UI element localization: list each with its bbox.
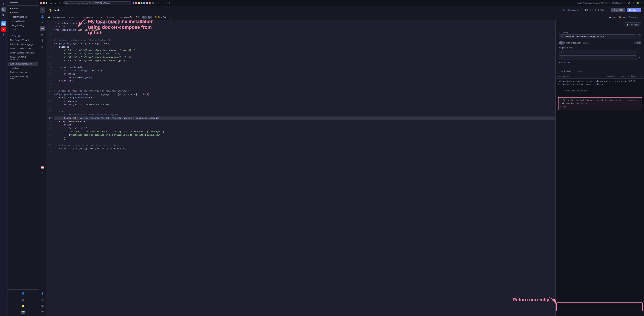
left-nav-star-icon[interactable]: ★: [40, 20, 45, 25]
sidebar-item-portainer[interactable]: Portainer | primary: [8, 70, 38, 74]
sidebar-icon-home[interactable]: ⌂: [1, 1, 6, 6]
sidebar-item-compartilhamento[interactable]: Compartilhamento | Promo...: [8, 74, 38, 81]
sidebar-icon-search[interactable]: 🔍: [1, 13, 6, 18]
use-vscode-button[interactable]: ⬡ Use VSCode: [629, 16, 642, 18]
sidebar-item-localhost[interactable]: localhost: [8, 66, 38, 70]
sidebar-bottom-camera[interactable]: 📷: [20, 309, 26, 315]
add-item-button[interactable]: + + Add item: [559, 61, 570, 64]
deploy-button[interactable]: Deploy: [627, 8, 638, 12]
sidebar-bottom-settings[interactable]: ⚙: [20, 297, 26, 302]
history-button[interactable]: History: [608, 16, 618, 19]
edit-title-icon[interactable]: ✏: [62, 9, 64, 11]
history-tab[interactable]: History: [574, 68, 586, 74]
sidebar-item-new-script[interactable]: New Script | Windmill: [8, 38, 38, 42]
sidebar-item-edit-teste[interactable]: Edit Script u/admin/teste |...: [8, 62, 38, 66]
left-nav-bottom-box-icon[interactable]: ▣: [40, 303, 45, 308]
expand-icon[interactable]: ⤢: [628, 75, 630, 78]
copy-button[interactable]: ⧉ Copy: [560, 106, 566, 108]
sidebar-item-programming[interactable]: Programming: [8, 23, 38, 28]
lang-remove-en[interactable]: ✕: [638, 51, 641, 54]
browser-bookmark-icon[interactable]: ☆: [632, 2, 635, 4]
sidebar-item-release[interactable]: Release v1.411.1 - windmill-...: [8, 55, 38, 62]
toolbar-rect-icon[interactable]: [160, 2, 163, 4]
traffic-light-yellow[interactable]: [43, 2, 45, 4]
toolbar-circle-blue[interactable]: [132, 2, 134, 4]
left-nav-person-icon[interactable]: 👤: [40, 14, 45, 19]
ai-gen-button[interactable]: ✨ ✨ AI Gen: [153, 16, 168, 19]
json-toggle[interactable]: ⊙ json: [633, 42, 641, 44]
monitor-toggle[interactable]: [142, 16, 147, 19]
toolbar-circle-lightblue[interactable]: [143, 2, 145, 4]
lang-input-en[interactable]: [559, 50, 637, 54]
toolbar-circle-red[interactable]: [135, 2, 137, 4]
toolbar-pen-icon[interactable]: ✏: [155, 2, 157, 4]
left-nav-bottom-eye-icon[interactable]: 👁: [40, 309, 45, 315]
left-nav-windmill-icon[interactable]: [40, 8, 45, 13]
toolbar-cross-icon[interactable]: ✕: [152, 2, 154, 4]
assistants-button[interactable]: Assistants (Pyright Ruff): [119, 16, 141, 19]
left-nav-play-icon[interactable]: ▶: [40, 32, 45, 37]
toolbar-circle-orange[interactable]: [149, 2, 151, 4]
nav-forward-button[interactable]: ▶: [54, 1, 57, 5]
monitor-toggle2[interactable]: [148, 16, 152, 19]
sidebar-bottom-folder[interactable]: 📁: [20, 303, 26, 308]
nav-refresh-button[interactable]: ↻: [58, 1, 62, 5]
settings-button[interactable]: ⚙ ⚙ Settings: [592, 8, 610, 12]
nav-back-button[interactable]: ◀: [50, 1, 53, 5]
code-content[interactable]: from youtube_transcript_api import YouTu…: [53, 20, 555, 316]
deploy-chevron-button[interactable]: ▾: [638, 8, 641, 12]
variable-button[interactable]: $ +Variable: [68, 16, 80, 19]
sidebar-item-new-tab[interactable]: + New Tab: [8, 34, 38, 38]
sidebar-icon-youtube[interactable]: ▶: [1, 27, 6, 32]
logs-result-tab[interactable]: Logs & Result: [556, 68, 574, 74]
draft-button[interactable]: Draft ⌘S: [611, 8, 625, 12]
traffic-light-red[interactable]: [40, 2, 42, 4]
lang-input-pt[interactable]: [559, 56, 637, 60]
sidebar-item-pessoal[interactable]: Pessoal: [8, 11, 38, 15]
left-nav-bottom-settings-icon[interactable]: ⚙: [40, 297, 45, 302]
toolbar-circle-green[interactable]: [140, 2, 142, 4]
sidebar-item-examples[interactable]: windmill/examples/deploy/...: [8, 51, 38, 55]
url-input[interactable]: [559, 34, 636, 39]
left-nav-add-icon[interactable]: +: [40, 170, 45, 176]
sidebar-item-daily[interactable]: Daily: [8, 28, 38, 32]
address-bar[interactable]: localhost/scripts/edit/u/admin/teste#JTd…: [63, 1, 131, 5]
logs-content[interactable]: job=0192b90b-05ae-ea4e-8884-5c2b303b8bca…: [556, 78, 644, 316]
auto-scroll-toggle[interactable]: ☑ Auto scroll: [631, 75, 642, 78]
url-dollar-button[interactable]: $: [637, 34, 641, 39]
context-var-button[interactable]: $ +Context Var: [51, 16, 66, 19]
left-nav-bottom-person-icon[interactable]: 👤: [40, 291, 45, 296]
test-button[interactable]: ▶ Test ⌘↵: [625, 22, 641, 27]
sidebar-item-person1[interactable]: Person 1: [8, 6, 38, 10]
toolbar-text-icon[interactable]: T: [166, 2, 168, 4]
toolbar-arrow-icon[interactable]: ↗: [158, 2, 160, 4]
sidebar-item-programacao[interactable]: Programação e IA: [8, 15, 38, 19]
sidebar-item-midias[interactable]: Midias Sociais: [8, 19, 38, 23]
left-nav-calendar-icon[interactable]: 📅: [40, 164, 45, 170]
sidebar-icon-settings[interactable]: ⚙: [1, 33, 6, 38]
toolbar-circle-purple[interactable]: [146, 2, 148, 4]
sidebar-icon-calendar[interactable]: [1, 21, 6, 26]
toolbar-crosshair-icon[interactable]: ⊕: [168, 2, 170, 4]
with-timestamps-toggle[interactable]: [559, 41, 565, 44]
sidebar-bottom-person[interactable]: 👤: [20, 291, 26, 296]
library-button[interactable]: 📚 Library: [619, 16, 628, 18]
reset-button[interactable]: ↺ Reset: [105, 16, 115, 19]
traffic-light-green[interactable]: [46, 2, 48, 4]
download-icon[interactable]: ⬇: [625, 75, 627, 78]
sidebar-item-edit-get-yt[interactable]: Edit Script u/admin/get_yt...: [8, 42, 38, 46]
left-nav-code-icon[interactable]: [40, 26, 45, 31]
sidebar-icon-active[interactable]: [1, 7, 6, 12]
sidebar-item-docker[interactable]: windmill/docker-compose...: [8, 46, 38, 51]
resource-button[interactable]: + +Resource: [81, 16, 95, 19]
toolbar-circle-yellow[interactable]: [138, 2, 140, 4]
toolbar-info-icon[interactable]: i: [169, 16, 172, 19]
lang-remove-pt[interactable]: ✕: [638, 56, 641, 59]
diff-button[interactable]: + Diff: [581, 8, 590, 12]
left-nav-grid-icon[interactable]: ⊞: [40, 44, 45, 50]
browser-link-icon[interactable]: 🔗: [628, 2, 631, 4]
type-button[interactable]: +Type: [96, 16, 104, 19]
toolbar-circle-outline-icon[interactable]: [164, 2, 166, 4]
browser-extensions-icon[interactable]: 🧩: [636, 2, 639, 4]
code-editor[interactable]: 1 2 3 4 5 6 7 8 9 10 11 12 13: [46, 20, 555, 316]
